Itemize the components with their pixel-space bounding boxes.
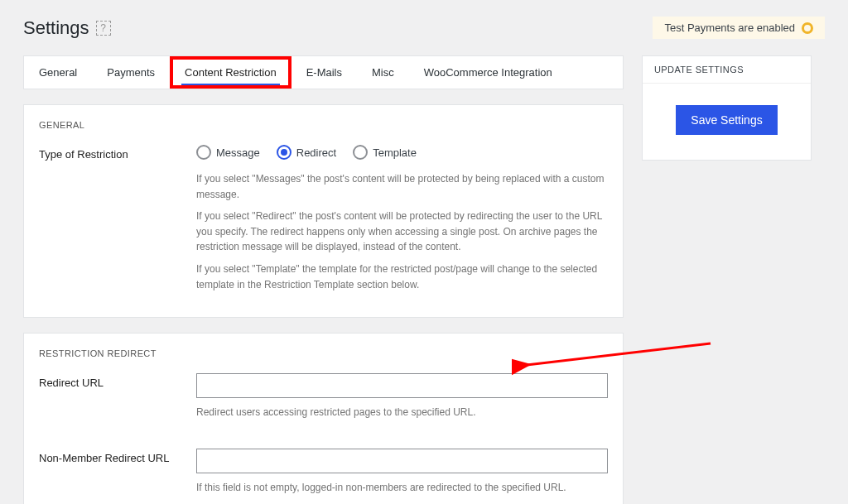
radio-circle-icon bbox=[353, 145, 368, 160]
redirect-url-input[interactable] bbox=[196, 373, 608, 398]
radio-redirect[interactable]: Redirect bbox=[277, 145, 336, 160]
tab-woocommerce-integration[interactable]: WooCommerce Integration bbox=[409, 56, 567, 89]
help-icon[interactable]: ? bbox=[96, 21, 111, 36]
radio-circle-icon bbox=[196, 145, 211, 160]
radio-message[interactable]: Message bbox=[196, 145, 260, 160]
radio-template-label: Template bbox=[373, 146, 417, 159]
tab-misc[interactable]: Misc bbox=[357, 56, 409, 89]
page-title: Settings bbox=[23, 17, 89, 39]
radio-circle-selected-icon bbox=[277, 145, 292, 160]
restriction-type-label: Type of Restriction bbox=[39, 145, 188, 161]
notice-text: Test Payments are enabled bbox=[664, 22, 795, 34]
restriction-desc-template: If you select "Template" the template fo… bbox=[196, 262, 608, 292]
restriction-desc-message: If you select "Messages" the post's cont… bbox=[196, 171, 608, 202]
update-settings-box: UPDATE SETTINGS Save Settings bbox=[642, 55, 812, 161]
save-settings-button[interactable]: Save Settings bbox=[676, 105, 777, 135]
redirect-url-desc: Redirect users accessing restricted page… bbox=[196, 405, 608, 420]
test-payments-notice: Test Payments are enabled bbox=[653, 17, 825, 39]
settings-tabs: General Payments Content Restriction E-M… bbox=[23, 55, 624, 89]
radio-message-label: Message bbox=[216, 146, 260, 159]
nonmember-redirect-url-input[interactable] bbox=[196, 449, 608, 473]
radio-redirect-label: Redirect bbox=[296, 146, 336, 159]
restriction-desc-redirect: If you select "Redirect" the post's cont… bbox=[196, 209, 608, 255]
nonmember-desc-1: If this field is not empty, logged-in no… bbox=[196, 480, 608, 496]
nonmember-redirect-url-label: Non-Member Redirect URL bbox=[39, 449, 188, 464]
spinner-icon bbox=[802, 22, 813, 34]
restriction-redirect-section: RESTRICTION REDIRECT Redirect URL Redire… bbox=[23, 333, 624, 504]
tab-general[interactable]: General bbox=[24, 56, 92, 89]
general-heading: GENERAL bbox=[39, 120, 608, 130]
redirect-url-label: Redirect URL bbox=[39, 373, 188, 389]
tab-emails[interactable]: E-Mails bbox=[292, 56, 357, 89]
tab-content-restriction[interactable]: Content Restriction bbox=[170, 56, 292, 89]
restriction-redirect-heading: RESTRICTION REDIRECT bbox=[39, 348, 608, 358]
update-settings-heading: UPDATE SETTINGS bbox=[643, 56, 811, 84]
general-section: GENERAL Type of Restriction Message Redi… bbox=[23, 104, 624, 318]
tab-payments[interactable]: Payments bbox=[92, 56, 170, 89]
radio-template[interactable]: Template bbox=[353, 145, 417, 160]
